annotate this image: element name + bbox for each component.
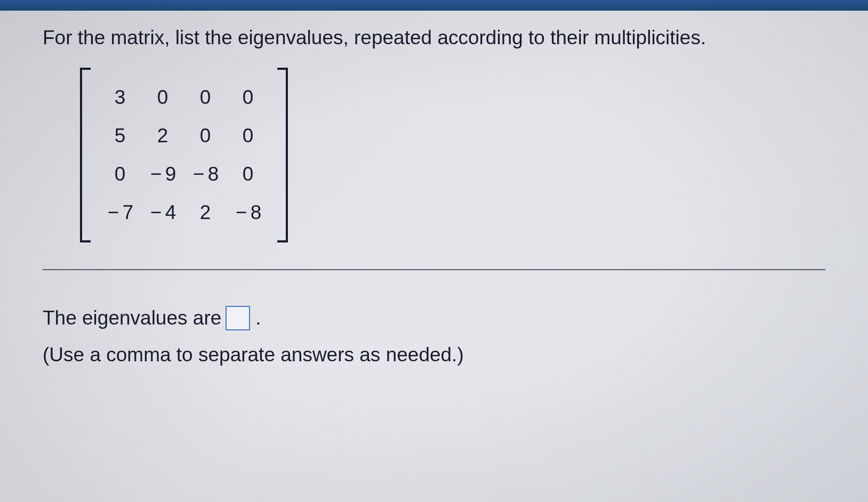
matrix-cell: − 7 [99, 201, 141, 224]
answer-section: The eigenvalues are . (Use a comma to se… [43, 302, 825, 370]
matrix-right-bracket [277, 68, 288, 242]
matrix-cell: 0 [227, 125, 269, 147]
matrix-cell: − 9 [141, 163, 184, 185]
question-content: For the matrix, list the eigenvalues, re… [0, 0, 868, 397]
matrix-cell: 0 [227, 163, 269, 185]
matrix-body: 3 0 0 0 5 2 0 0 0 − 9 − 8 0 − 7 − 4 2 [91, 68, 277, 242]
matrix-cell: 0 [184, 86, 227, 109]
section-divider [43, 269, 825, 270]
eigenvalues-input[interactable] [226, 306, 250, 330]
matrix-left-bracket [80, 68, 91, 242]
matrix-row-0: 3 0 0 0 [99, 78, 269, 117]
answer-hint: (Use a comma to separate answers as need… [43, 339, 825, 370]
matrix-cell: 3 [99, 86, 141, 109]
matrix-cell: 0 [184, 125, 227, 147]
matrix-row-2: 0 − 9 − 8 0 [99, 155, 269, 193]
matrix-cell: 5 [99, 125, 141, 147]
answer-prefix-text: The eigenvalues are [43, 302, 221, 334]
answer-line: The eigenvalues are . [43, 302, 825, 334]
matrix-cell: 0 [99, 163, 141, 185]
matrix-cell: − 8 [227, 201, 269, 224]
question-prompt: For the matrix, list the eigenvalues, re… [43, 27, 825, 49]
matrix-cell: 2 [141, 125, 184, 147]
matrix-cell: 0 [141, 86, 184, 109]
matrix: 3 0 0 0 5 2 0 0 0 − 9 − 8 0 − 7 − 4 2 [80, 68, 288, 242]
matrix-cell: − 8 [184, 163, 227, 185]
matrix-cell: 2 [184, 201, 227, 224]
matrix-row-3: − 7 − 4 2 − 8 [99, 193, 269, 232]
matrix-row-1: 5 2 0 0 [99, 117, 269, 155]
window-top-bar [0, 0, 868, 11]
answer-period: . [255, 302, 261, 334]
matrix-cell: 0 [227, 86, 269, 109]
matrix-cell: − 4 [141, 201, 184, 224]
